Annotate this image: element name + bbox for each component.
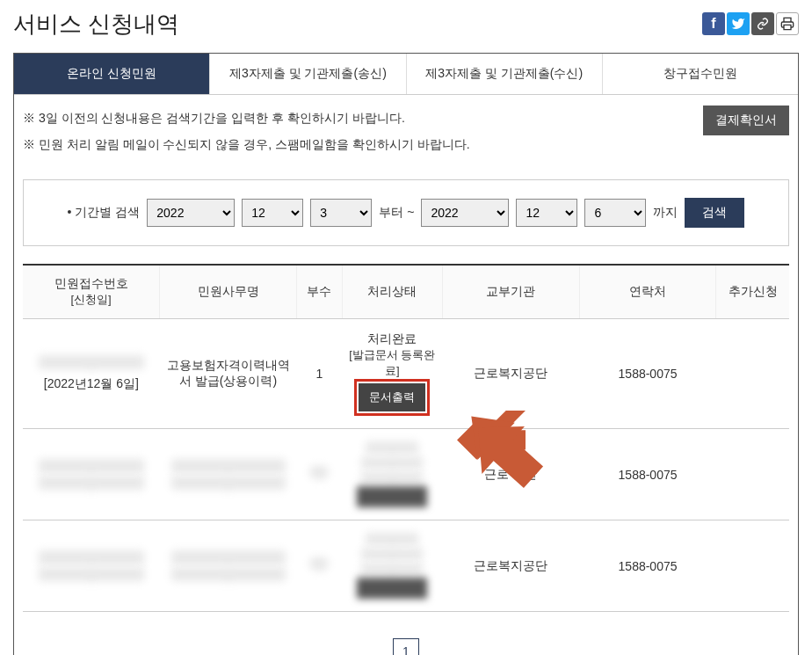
status-sub: [발급문서 등록완료] [345, 347, 439, 379]
tab-submit-receive[interactable]: 제3자제출 및 기관제출(수신) [407, 54, 603, 94]
blurred-content: . [39, 459, 144, 473]
search-panel: 기간별 검색 2022 12 3 부터 ~ 2022 12 6 까지 검색 [23, 179, 789, 246]
blurred-content: . [310, 466, 328, 478]
col-extra: 추가신청 [716, 265, 789, 319]
phone-number: 1588-0075 [579, 520, 716, 612]
document-print-button[interactable]: 문서출력 [359, 383, 425, 411]
table-row: .. .. . ... 근로복지공단 1588-0075 [23, 520, 789, 612]
search-button[interactable]: 검색 [685, 198, 744, 228]
col-request-no: 민원접수번호 [신청일] [23, 265, 160, 319]
blurred-content: . [39, 355, 144, 369]
notice-text: ※ 3일 이전의 신청내용은 검색기간을 입력한 후 확인하시기 바랍니다. [23, 111, 789, 127]
agency-name: 근로복지공단 [442, 319, 579, 429]
page-title: 서비스 신청내역 [13, 9, 179, 40]
blurred-content: . [361, 563, 423, 575]
blurred-content: . [361, 548, 423, 560]
table-row: . [2022년12월 6일] 고용보험자격이력내역서 발급(상용이력) 1 처… [23, 319, 789, 429]
blurred-content: . [310, 557, 328, 570]
col-agency: 교부기관 [442, 265, 579, 319]
from-year-select[interactable]: 2022 [147, 199, 235, 227]
print-icon[interactable] [776, 12, 799, 35]
notice-text: ※ 민원 처리 알림 메일이 수신되지 않을 경우, 스팸메일함을 확인하시기 … [23, 137, 789, 153]
blurred-content: . [171, 550, 286, 564]
blurred-content: . [39, 567, 144, 581]
search-mid-label: 부터 ~ [379, 205, 414, 221]
blurred-content: . [366, 533, 418, 545]
blurred-content [357, 578, 427, 599]
service-name: 고용보험자격이력내역서 발급(상용이력) [160, 319, 297, 429]
twitter-icon[interactable] [727, 12, 750, 35]
table-row: .. .. . ... 근로 공단 1588-0075 [23, 429, 789, 520]
blurred-content: . [366, 441, 418, 454]
tab-counter[interactable]: 창구접수민원 [603, 54, 798, 94]
blurred-content: . [171, 459, 286, 473]
agency-name: 근로복지공단 [442, 520, 579, 612]
col-service: 민원사무명 [160, 265, 297, 319]
page-number[interactable]: 1 [393, 638, 419, 655]
share-toolbar: f [702, 12, 799, 35]
search-label: 기간별 검색 [68, 205, 141, 221]
from-month-select[interactable]: 12 [242, 199, 303, 227]
blurred-content: . [361, 456, 423, 469]
blurred-content: . [361, 471, 423, 484]
blurred-content: . [39, 476, 144, 490]
col-status: 처리상태 [342, 265, 442, 319]
facebook-icon[interactable]: f [702, 12, 725, 35]
results-table: 민원접수번호 [신청일] 민원사무명 부수 처리상태 교부기관 연락처 추가신청… [23, 264, 789, 612]
agency-name: 근로 공단 [442, 429, 579, 520]
col-copies: 부수 [296, 265, 342, 319]
notice-section: ※ 3일 이전의 신청내용은 검색기간을 입력한 후 확인하시기 바랍니다. ※… [14, 95, 798, 172]
from-day-select[interactable]: 3 [310, 199, 372, 227]
blurred-content: . [171, 567, 286, 581]
blurred-content [357, 486, 427, 507]
status-text: 처리완료 [345, 331, 439, 347]
content-area: 온라인 신청민원 제3자제출 및 기관제출(송신) 제3자제출 및 기관제출(수… [13, 53, 799, 655]
payment-confirm-button[interactable]: 결제확인서 [703, 106, 789, 135]
copies-value: 1 [296, 319, 342, 429]
col-phone: 연락처 [579, 265, 716, 319]
blurred-content: . [39, 550, 144, 564]
to-month-select[interactable]: 12 [516, 199, 577, 227]
phone-number: 1588-0075 [579, 319, 716, 429]
tab-bar: 온라인 신청민원 제3자제출 및 기관제출(송신) 제3자제출 및 기관제출(수… [14, 54, 798, 95]
highlight-box: 문서출력 [354, 379, 430, 416]
to-year-select[interactable]: 2022 [421, 199, 509, 227]
to-day-select[interactable]: 6 [584, 199, 646, 227]
search-suffix-label: 까지 [653, 205, 678, 221]
pagination: 1 [14, 621, 798, 655]
link-icon[interactable] [751, 12, 774, 35]
tab-submit-send[interactable]: 제3자제출 및 기관제출(송신) [210, 54, 406, 94]
blurred-content: . [171, 476, 286, 490]
tab-online[interactable]: 온라인 신청민원 [14, 54, 210, 94]
request-date: [2022년12월 6일] [26, 376, 156, 392]
phone-number: 1588-0075 [579, 429, 716, 520]
